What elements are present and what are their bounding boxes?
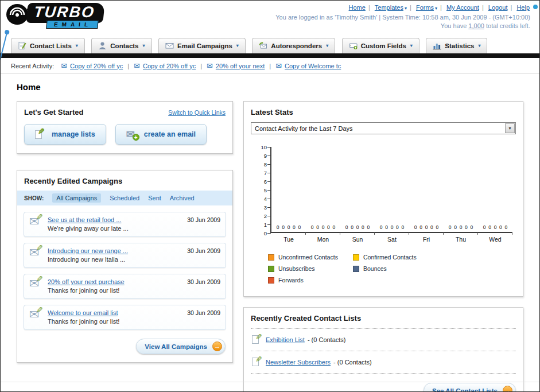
- separator: |: [482, 4, 484, 11]
- manage-lists-button[interactable]: ✎ manage lists: [24, 124, 106, 145]
- bar-value-label: 0: [282, 224, 285, 230]
- tab-autoresponders[interactable]: Autoresponders ▾: [252, 38, 335, 53]
- bar-value-label: 0: [505, 224, 508, 230]
- recent-activity-link[interactable]: Copy of 20% off yc: [143, 63, 196, 69]
- bar-value-label: 0: [298, 224, 301, 230]
- bar-value-label: 0: [483, 224, 486, 230]
- campaign-title-link[interactable]: Introducing our new range ...: [48, 247, 181, 254]
- bar-value-label: 0: [327, 224, 330, 230]
- corner-dot-decoration: [533, 5, 538, 9]
- separator: |: [200, 63, 202, 69]
- recent-activity-item[interactable]: ✉20% off your next: [207, 61, 265, 70]
- value-labels-row: 00000: [306, 224, 340, 230]
- tab-contacts[interactable]: Contacts ▾: [91, 38, 151, 53]
- chevron-down-icon: ▾: [478, 43, 480, 48]
- campaign-item[interactable]: ✉✎Welcome to our email listThanks for jo…: [24, 305, 226, 330]
- top-link-forms-label: Forms: [416, 4, 434, 11]
- switch-quick-links-link[interactable]: Switch to Quick Links: [168, 109, 226, 116]
- legend-label: Unconfirmed Contacts: [278, 254, 338, 261]
- credits-suffix: total credits left.: [486, 22, 530, 29]
- y-tick-label: 8: [255, 161, 267, 168]
- top-link-my-account[interactable]: My Account: [446, 4, 479, 11]
- contact-list-row[interactable]: ✎Exhibition List- (0 Contacts): [251, 328, 516, 351]
- filter-all-campaigns[interactable]: All Campaigns: [52, 193, 101, 203]
- edit-campaign-icon: ✉✎: [29, 247, 48, 262]
- page-title: Home: [17, 82, 523, 92]
- y-tick-label: 1: [255, 222, 267, 228]
- campaign-title-link[interactable]: 20% off your next purchase: [48, 278, 181, 285]
- value-labels-row: 00000: [444, 224, 478, 230]
- bar-value-label: 0: [460, 224, 463, 230]
- stats-period-select[interactable]: Contact Activity for the Last 7 Days ▾: [251, 122, 516, 134]
- chevron-down-icon: ▾: [410, 43, 413, 48]
- campaign-subtitle: We're giving away our late ...: [48, 225, 181, 232]
- chevron-down-icon: ▾: [326, 43, 328, 48]
- app-window: TURBO EMAIL Home| Templates▾| Forms▾| My…: [0, 0, 540, 392]
- top-link-templates[interactable]: Templates▾: [375, 4, 407, 11]
- recent-activity-item[interactable]: ✉Copy of 20% off yc: [61, 61, 123, 70]
- campaign-item[interactable]: ✉✎Introducing our new range ...Introduci…: [24, 243, 226, 268]
- tab-statistics[interactable]: Statistics ▾: [426, 38, 487, 53]
- contact-list-link[interactable]: Newsletter Subscribers: [266, 359, 331, 366]
- legend-swatch: [353, 266, 359, 272]
- filter-archived[interactable]: Archived: [170, 195, 195, 201]
- campaign-subtitle: Introducing our new Italia ...: [48, 256, 181, 263]
- campaign-item[interactable]: ✉✎20% off your next purchaseThanks for j…: [24, 274, 226, 299]
- stats-panel-title: Latest Stats: [251, 108, 516, 117]
- value-labels-row: 00000: [271, 224, 306, 230]
- bar-value-label: 0: [436, 224, 439, 230]
- tab-email-campaigns[interactable]: Email Campaigns ▾: [158, 38, 246, 53]
- create-email-button[interactable]: ✉ + create an email: [115, 124, 207, 145]
- stats-period-value: Contact Activity for the Last 7 Days: [251, 125, 505, 132]
- campaign-date: 30 Jun 2009: [187, 247, 220, 254]
- contact-list-row[interactable]: ✎Newsletter Subscribers- (0 Contacts): [251, 351, 516, 373]
- pencil-paper-icon: ✎: [35, 129, 46, 139]
- y-tick-label: 0: [255, 230, 267, 236]
- mail-icon: ✉: [207, 61, 213, 70]
- create-email-label: create an email: [144, 130, 196, 138]
- get-started-panel: Let's Get Started Switch to Quick Links …: [17, 101, 233, 154]
- y-tick-mark: [267, 207, 271, 208]
- recent-activity-link[interactable]: Copy of 20% off yc: [70, 63, 123, 69]
- show-label: SHOW:: [24, 195, 44, 201]
- filter-sent[interactable]: Sent: [148, 195, 161, 201]
- y-tick-mark: [267, 199, 271, 199]
- top-link-logout[interactable]: Logout: [488, 4, 508, 11]
- tab-custom-fields[interactable]: Custom Fields ▾: [342, 38, 419, 53]
- campaign-title-link[interactable]: Welcome to our email list: [48, 309, 181, 316]
- campaign-subtitle: Thanks for joining our list!: [48, 287, 181, 294]
- tab-label: Email Campaigns: [177, 42, 232, 49]
- view-all-campaigns-button[interactable]: View All Campaigns →: [136, 339, 226, 354]
- see-all-contact-lists-button[interactable]: See All Contact Lists →: [424, 383, 516, 392]
- top-nav: Home| Templates▾| Forms▾| My Account| Lo…: [275, 4, 530, 11]
- recent-activity-item[interactable]: ✉Copy of Welcome tc: [275, 61, 341, 70]
- y-tick-mark: [267, 233, 271, 234]
- top-link-forms[interactable]: Forms▾: [416, 4, 437, 11]
- campaign-title-link[interactable]: See us at the retail food ...: [48, 216, 181, 223]
- recent-activity-link[interactable]: Copy of Welcome tc: [285, 63, 341, 69]
- edit-list-icon: ✎: [252, 357, 266, 367]
- tab-contact-lists[interactable]: Contact Lists ▾: [11, 38, 85, 53]
- legend-item: Bounces: [353, 265, 438, 272]
- bar-value-label: 0: [311, 224, 314, 230]
- y-tick-label: 5: [255, 187, 267, 193]
- contact-list-link[interactable]: Exhibition List: [266, 336, 305, 343]
- bar-value-label: 0: [499, 224, 502, 230]
- logo-text: TURBO EMAIL: [27, 3, 104, 29]
- app-logo: TURBO EMAIL: [5, 3, 104, 29]
- bar-value-label: 0: [367, 224, 370, 230]
- footer-divider: [1, 382, 539, 382]
- contact-lists-panel-title: Recently Created Contact Lists: [251, 314, 516, 323]
- top-link-home[interactable]: Home: [349, 4, 366, 11]
- campaign-item[interactable]: ✉✎See us at the retail food ...We're giv…: [24, 212, 226, 237]
- bar-value-label: 0: [414, 224, 417, 230]
- filter-scheduled[interactable]: Scheduled: [110, 195, 139, 201]
- mail-icon: ✉: [61, 61, 67, 70]
- recent-activity-link[interactable]: 20% off your next: [216, 63, 265, 69]
- chevron-down-icon: ▾: [405, 6, 407, 11]
- top-link-help[interactable]: Help: [516, 4, 530, 11]
- recent-activity-item[interactable]: ✉Copy of 20% off yc: [134, 61, 196, 70]
- legend-swatch: [268, 254, 274, 261]
- edit-campaign-icon: ✉✎: [29, 309, 48, 324]
- contact-list-items: ✎Exhibition List- (0 Contacts)✎Newslette…: [251, 328, 516, 374]
